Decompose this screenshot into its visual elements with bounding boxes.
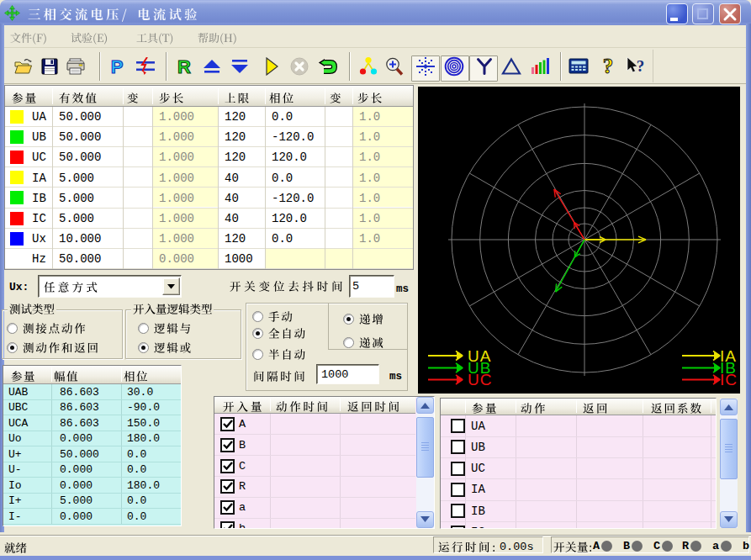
svg-text:?: ? [637,57,645,75]
svg-text:P: P [110,56,123,77]
svg-text:R: R [177,56,191,77]
svg-text:?: ? [603,55,614,77]
